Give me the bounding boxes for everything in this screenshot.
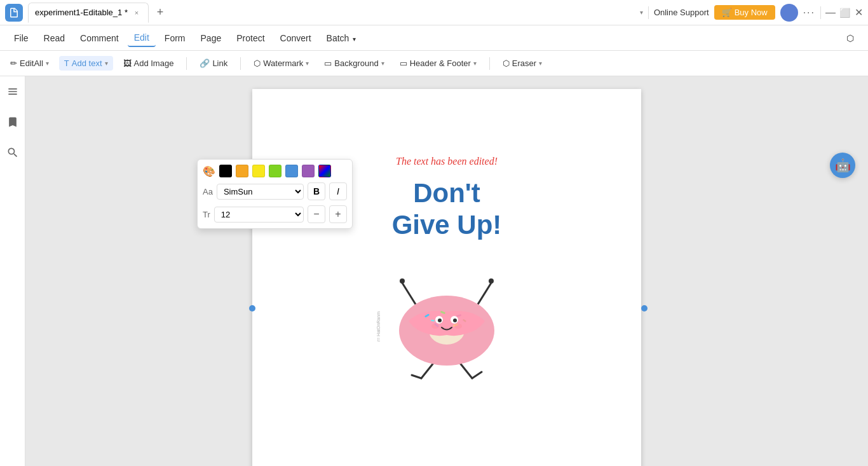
edit-all-label: EditAll — [20, 58, 43, 68]
add-text-button[interactable]: T Add text ▾ — [59, 56, 113, 71]
buy-now-button[interactable]: 🛒 Buy Now — [714, 5, 775, 20]
menu-protect[interactable]: Protect — [230, 30, 271, 46]
font-row: Aa SimSun B I — [203, 182, 347, 200]
color-green[interactable] — [269, 165, 281, 177]
edit-all-button[interactable]: ✏ EditAll ▾ — [5, 56, 54, 71]
header-footer-label: Header & Footer — [410, 58, 471, 68]
svg-line-5 — [412, 375, 421, 378]
link-label: Link — [212, 58, 227, 68]
text-resize-icon: Tr — [203, 210, 210, 219]
page-title-line1[interactable]: Don't — [413, 178, 480, 209]
watermark-button[interactable]: ⬡ Watermark ▾ — [248, 56, 314, 71]
menu-read[interactable]: Read — [37, 30, 71, 46]
background-button[interactable]: ▭ Background ▾ — [319, 56, 389, 71]
selection-handle-right[interactable] — [641, 305, 648, 312]
svg-point-3 — [489, 278, 494, 284]
user-avatar[interactable] — [780, 4, 798, 22]
add-text-icon: T — [64, 58, 69, 68]
toolbar-sep1 — [186, 57, 187, 70]
italic-button[interactable]: I — [329, 182, 347, 200]
svg-point-22 — [454, 324, 462, 329]
win-separator — [820, 6, 821, 19]
watermark-icon: ⬡ — [254, 58, 261, 68]
title-bar-right: ▾ Online Support 🛒 Buy Now ··· — ⬜ ✕ — [640, 4, 863, 22]
header-footer-button[interactable]: ▭ Header & Footer ▾ — [395, 56, 482, 71]
assistant-button[interactable]: 🤖 — [830, 153, 855, 178]
color-rainbow[interactable] — [318, 165, 331, 177]
new-tab-button[interactable]: + — [151, 4, 169, 22]
link-button[interactable]: 🔗 Link — [194, 56, 233, 71]
add-image-button[interactable]: 🖼 Add Image — [118, 56, 179, 71]
toolbar: ✏ EditAll ▾ T Add text ▾ 🖼 Add Image 🔗 L… — [0, 51, 868, 76]
menu-form[interactable]: Form — [158, 30, 192, 46]
pdf-page: The text has been edited! Don't Give Up! — [252, 89, 641, 466]
text-format-popup: 🎨 Aa SimSun B I Tr 12 — [197, 159, 353, 229]
color-row: 🎨 — [203, 165, 347, 177]
eraser-button[interactable]: ⬡ Eraser ▾ — [498, 56, 547, 71]
vertical-text: r= HatOnRanm — [376, 312, 381, 341]
content-area: The text has been edited! Don't Give Up! — [25, 76, 868, 466]
svg-line-6 — [459, 362, 472, 378]
add-image-label: Add Image — [134, 58, 174, 68]
watermark-label: Watermark — [263, 58, 303, 68]
palette-icon: 🎨 — [203, 165, 215, 177]
svg-line-4 — [421, 362, 434, 378]
background-icon: ▭ — [324, 58, 332, 68]
font-select[interactable]: SimSun — [217, 184, 304, 200]
tab-title: experiment1-Editable_1 * — [35, 8, 128, 17]
selection-handle-left[interactable] — [249, 305, 255, 312]
edited-text[interactable]: The text has been edited! — [396, 156, 498, 167]
menu-convert[interactable]: Convert — [274, 30, 318, 46]
left-sidebar — [0, 76, 25, 466]
size-row: Tr 12 − + — [203, 205, 347, 223]
page-title-line2[interactable]: Give Up! — [392, 210, 502, 240]
tab-close-button[interactable]: × — [132, 8, 142, 18]
active-tab[interactable]: experiment1-Editable_1 * × — [28, 3, 149, 23]
link-icon: 🔗 — [200, 58, 210, 68]
svg-point-21 — [431, 324, 439, 329]
maximize-button[interactable]: ⬜ — [840, 8, 849, 17]
font-size-icon: Aa — [203, 187, 213, 196]
font-size-select[interactable]: 12 — [214, 207, 304, 223]
color-blue[interactable] — [285, 165, 298, 177]
toolbar-sep2 — [240, 57, 241, 70]
app-logo — [5, 4, 23, 22]
header-footer-arrow: ▾ — [473, 60, 477, 67]
svg-line-7 — [472, 372, 482, 378]
sidebar-search-icon[interactable] — [3, 142, 23, 163]
online-support-label: Online Support — [654, 8, 709, 17]
edit-all-icon: ✏ — [10, 58, 17, 68]
add-text-arrow: ▾ — [105, 60, 108, 67]
background-label: Background — [334, 58, 378, 68]
size-decrease-button[interactable]: − — [308, 205, 325, 223]
sidebar-bookmarks-icon[interactable] — [3, 112, 23, 132]
background-arrow: ▾ — [381, 60, 384, 67]
watermark-arrow: ▾ — [306, 60, 309, 67]
size-increase-button[interactable]: + — [329, 205, 347, 223]
menu-external[interactable]: ⬡ — [840, 30, 860, 46]
title-bar: experiment1-Editable_1 * × + ▾ Online Su… — [0, 0, 868, 25]
menu-batch[interactable]: Batch ▾ — [320, 30, 363, 46]
separator — [648, 6, 649, 19]
menu-comment[interactable]: Comment — [74, 30, 125, 46]
color-orange[interactable] — [236, 165, 248, 177]
color-black[interactable] — [219, 165, 232, 177]
color-yellow[interactable] — [252, 165, 265, 177]
color-purple[interactable] — [302, 165, 315, 177]
eraser-arrow: ▾ — [539, 60, 542, 67]
sidebar-pages-icon[interactable] — [3, 81, 23, 102]
dropdown-arrow[interactable]: ▾ — [640, 9, 643, 16]
toolbar-sep3 — [489, 57, 490, 70]
minimize-button[interactable]: — — [826, 8, 835, 17]
menu-file[interactable]: File — [8, 30, 35, 46]
edit-all-arrow: ▾ — [46, 60, 49, 67]
close-button[interactable]: ✕ — [854, 8, 863, 17]
buy-now-icon: 🛒 — [722, 8, 732, 17]
buy-now-label: Buy Now — [735, 8, 768, 17]
more-button[interactable]: ··· — [803, 7, 815, 18]
menu-edit[interactable]: Edit — [128, 29, 156, 47]
menu-page[interactable]: Page — [194, 30, 228, 46]
bold-button[interactable]: B — [308, 182, 325, 200]
donut-illustration — [383, 251, 510, 391]
assistant-icon: 🤖 — [835, 158, 851, 173]
